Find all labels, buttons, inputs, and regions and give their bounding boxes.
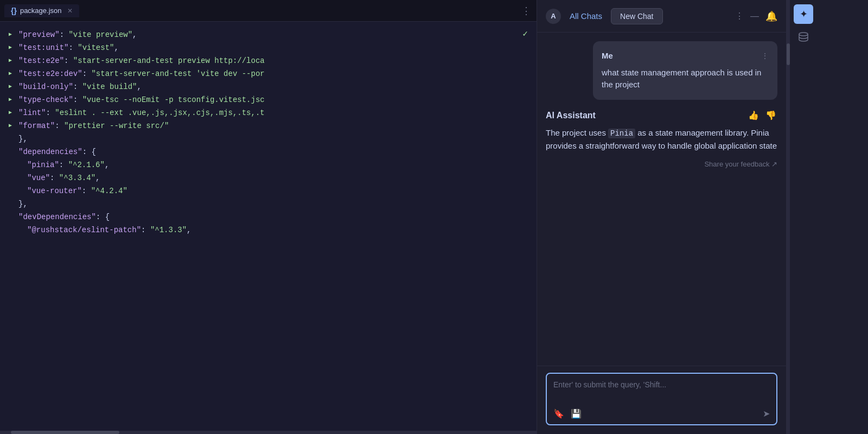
all-chats-button[interactable]: All Chats [565, 8, 607, 24]
run-button[interactable]: ▶ [9, 95, 12, 104]
code-text: }, [18, 198, 28, 210]
run-button[interactable]: ▶ [9, 82, 12, 91]
database-icon-button[interactable] [794, 28, 813, 48]
code-line: ▶ "vue": "^3.3.4", [0, 171, 537, 184]
code-line: ▶ "lint": "eslint . --ext .vue,.js,.jsx,… [0, 106, 537, 119]
chat-input[interactable] [553, 380, 770, 402]
code-text: "test:unit": "vitest", [18, 42, 119, 54]
code-line: ▶ "test:e2e:dev": "start-server-and-test… [0, 67, 537, 80]
code-line: ▶ "preview": "vite preview", ✓ [0, 28, 537, 41]
sparkle-icon-button[interactable]: ✦ [794, 4, 813, 24]
tab-close-button[interactable]: ✕ [67, 7, 73, 15]
ai-actions: 👍 👎 [747, 109, 777, 122]
code-text: "vue-router": "^4.2.4" [18, 185, 127, 197]
code-text: "vue": "^3.3.4", [18, 172, 100, 184]
code-text: "pinia": "^2.1.6", [18, 159, 109, 171]
chat-header: A All Chats New Chat ⋮ — 🔔 [537, 0, 786, 33]
user-name: Me [602, 50, 613, 62]
svg-point-0 [799, 33, 808, 36]
code-line: ▶ "vue-router": "^4.2.4" [0, 184, 537, 197]
code-editor: ▶ "preview": "vite preview", ✓ ▶ "test:u… [0, 22, 537, 431]
code-text: "test:e2e": "start-server-and-test previ… [18, 55, 265, 67]
run-button[interactable]: ▶ [9, 43, 12, 52]
minimize-icon[interactable]: — [750, 11, 759, 21]
json-icon: {} [11, 7, 17, 15]
code-text: }, [18, 133, 28, 145]
thumbs-down-button[interactable]: 👎 [764, 109, 777, 122]
bell-icon[interactable]: 🔔 [765, 10, 777, 22]
user-message: Me ⋮ what state management approach is u… [593, 41, 777, 100]
feedback-link[interactable]: Share your feedback ↗ [546, 159, 777, 170]
code-line: ▶ "build-only": "vite build", [0, 80, 537, 93]
code-text: "format": "prettier --write src/" [18, 120, 169, 132]
editor-panel: {} package.json ✕ ⋮ ▶ "preview": "vite p… [0, 0, 537, 434]
code-line: ▶ "devDependencies": { [0, 210, 537, 224]
ai-message-header: AI Assistant 👍 👎 [546, 108, 777, 123]
code-line: ▶ "pinia": "^2.1.6", [0, 158, 537, 171]
run-button[interactable]: ▶ [9, 56, 12, 65]
bookmark-tool-button[interactable]: 🔖 [553, 409, 564, 419]
run-button[interactable]: ▶ [9, 30, 12, 39]
code-text: "dependencies": { [18, 146, 96, 158]
code-text: "devDependencies": { [18, 211, 110, 223]
tab-bar: {} package.json ✕ ⋮ [0, 0, 537, 22]
editor-scrollbar-thumb[interactable] [11, 431, 119, 434]
code-line: ▶ "test:unit": "vitest", [0, 41, 537, 54]
code-text: "@rushstack/eslint-patch": "^1.3.3", [18, 224, 191, 236]
sparkle-icon: ✦ [800, 8, 808, 20]
ai-message: AI Assistant 👍 👎 The project uses Pinia … [546, 108, 777, 171]
save-tool-button[interactable]: 💾 [571, 409, 582, 419]
chat-panel: A All Chats New Chat ⋮ — 🔔 Me ⋮ what sta… [537, 0, 787, 434]
editor-tab-package-json[interactable]: {} package.json ✕ [4, 4, 79, 17]
chat-input-wrapper: 🔖 💾 ➤ [546, 373, 777, 425]
code-line: ▶ }, [0, 132, 537, 145]
send-button[interactable]: ➤ [763, 409, 770, 419]
code-line: ▶ "format": "prettier --write src/" [0, 119, 537, 132]
thumbs-up-button[interactable]: 👍 [747, 109, 760, 122]
chat-messages: Me ⋮ what state management approach is u… [537, 33, 786, 366]
ai-message-body: The project uses Pinia as a state manage… [546, 126, 777, 152]
side-icons-panel: ✦ [790, 0, 817, 434]
code-line: ▶ "type-check": "vue-tsc --noEmit -p tsc… [0, 93, 537, 106]
code-text: "test:e2e:dev": "start-server-and-test '… [18, 68, 265, 80]
chat-scrollbar-thumb[interactable] [787, 43, 790, 65]
new-chat-button[interactable]: New Chat [611, 8, 662, 24]
code-line: ▶ }, [0, 197, 537, 210]
input-tools: 🔖 💾 [553, 409, 582, 419]
message-more-icon[interactable]: ⋮ [761, 50, 769, 62]
code-text: "lint": "eslint . --ext .vue,.js,.jsx,.c… [18, 107, 265, 119]
editor-more-button[interactable]: ⋮ [521, 5, 532, 17]
code-text: "type-check": "vue-tsc --noEmit -p tscon… [18, 94, 265, 106]
chat-input-footer: 🔖 💾 ➤ [553, 409, 770, 419]
code-line: ▶ "dependencies": { [0, 145, 537, 158]
header-actions: ⋮ — 🔔 [735, 10, 777, 22]
ai-name: AI Assistant [546, 108, 596, 123]
ai-logo: A [546, 9, 561, 24]
more-options-icon[interactable]: ⋮ [735, 11, 744, 21]
code-line: ▶ "@rushstack/eslint-patch": "^1.3.3", [0, 224, 537, 237]
editor-scrollbar[interactable] [0, 431, 537, 434]
user-message-header: Me ⋮ [602, 50, 769, 62]
run-button[interactable]: ▶ [9, 108, 12, 117]
tab-label: package.json [20, 7, 62, 15]
user-message-text: what state management approach is used i… [602, 67, 769, 91]
chat-input-area: 🔖 💾 ➤ [537, 366, 786, 434]
code-text: "preview": "vite preview", [18, 29, 137, 41]
code-line: ▶ "test:e2e": "start-server-and-test pre… [0, 54, 537, 67]
database-icon [798, 31, 809, 45]
code-text: "build-only": "vite build", [18, 81, 142, 93]
run-button[interactable]: ▶ [9, 122, 12, 130]
checkmark-icon: ✓ [522, 28, 528, 42]
run-button[interactable]: ▶ [9, 69, 12, 78]
